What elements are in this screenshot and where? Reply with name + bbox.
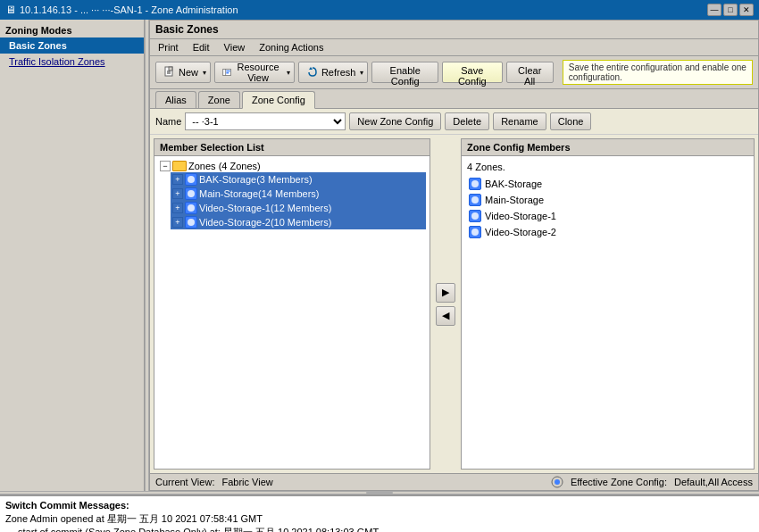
effective-zone-label: Effective Zone Config: (571, 477, 667, 487)
add-arrow-button[interactable]: ▶ (436, 283, 455, 303)
member-panel-content: − Zones (4 Zones) + BAK-Storage(3 Member… (154, 156, 430, 469)
svg-rect-6 (226, 71, 229, 71)
zone-2-label: Video-Storage-1(12 Members) (199, 203, 331, 213)
maximize-button[interactable]: □ (723, 4, 738, 16)
zone-config-label-2: Video-Storage-1 (485, 211, 556, 221)
log-area: Switch Commit Messages: Zone Admin opene… (0, 495, 759, 532)
zone-config-item-2[interactable]: Video-Storage-1 (465, 208, 750, 224)
enable-config-button[interactable]: Enable Config (371, 62, 438, 83)
sidebar: Zoning Modes Basic Zones Traffic Isolati… (0, 20, 145, 491)
root-expand[interactable]: − (160, 161, 171, 171)
zone-config-item-1[interactable]: Main-Storage (465, 192, 750, 208)
zone-config-panel-content: 4 Zones. BAK-Storage Main-Storage (462, 156, 754, 469)
sidebar-section-title: Zoning Modes (0, 23, 144, 37)
resource-view-button[interactable]: Resource View ▾ (214, 62, 295, 83)
zone-0-expand[interactable]: + (172, 174, 183, 185)
fabric-icon (551, 476, 563, 488)
delete-button[interactable]: Delete (445, 112, 489, 130)
refresh-icon (306, 66, 319, 79)
new-button[interactable]: New ▾ (155, 62, 211, 83)
zone-3-expand[interactable]: + (172, 217, 183, 228)
zone-config-icon-0 (469, 178, 481, 190)
root-label: Zones (4 Zones) (188, 161, 261, 171)
panels-container: Member Selection List − Zones (4 Zones) … (150, 135, 758, 473)
zone-config-item-0[interactable]: BAK-Storage (465, 176, 750, 192)
svg-rect-1 (169, 67, 172, 71)
menu-print[interactable]: Print (155, 41, 181, 54)
name-select[interactable]: -- ·3-1 (185, 112, 346, 130)
zone-config-icon-2 (469, 210, 481, 222)
name-label: Name (155, 116, 181, 127)
zone-count-label: 4 Zones. (465, 160, 750, 176)
sidebar-item-traffic-isolation[interactable]: Traffic Isolation Zones (0, 54, 144, 70)
remove-arrow-button[interactable]: ◀ (436, 306, 455, 326)
resource-view-icon (222, 66, 231, 79)
zone-0-icon (185, 173, 197, 186)
svg-point-11 (188, 204, 195, 212)
tree-root-item[interactable]: − Zones (4 Zones) (158, 160, 426, 172)
svg-point-14 (471, 196, 479, 204)
title-bar-left: 🖥 10.1.146.13 - ... ··· ···-SAN-1 - Zone… (5, 4, 238, 16)
toolbar: New ▾ Resource View ▾ Re (150, 56, 758, 89)
sidebar-item-basic-zones[interactable]: Basic Zones (0, 37, 144, 54)
folder-icon (172, 161, 187, 171)
zone-config-icon-1 (469, 194, 481, 206)
new-icon (163, 66, 176, 79)
zone-0-label: BAK-Storage(3 Members) (199, 174, 313, 185)
tab-alias[interactable]: Alias (155, 91, 196, 108)
effective-zone-value: Default,All Access (674, 477, 753, 487)
log-message-0: Zone Admin opened at 星期一 五月 10 2021 07:5… (5, 512, 754, 526)
svg-point-18 (555, 479, 560, 485)
clear-all-button[interactable]: Clear All (506, 62, 554, 83)
zone-config-item-3[interactable]: Video-Storage-2 (465, 224, 750, 240)
menu-bar: Print Edit View Zoning Actions (150, 39, 758, 56)
name-row: Name -- ·3-1 New Zone Config Delete Rena… (150, 109, 758, 135)
svg-point-9 (188, 176, 195, 183)
svg-point-10 (188, 190, 195, 197)
svg-point-16 (471, 229, 479, 236)
zone-config-label-0: BAK-Storage (485, 179, 542, 189)
tab-zone[interactable]: Zone (198, 91, 240, 108)
zone-3-icon (185, 216, 197, 229)
new-zone-config-button[interactable]: New Zone Config (349, 112, 441, 130)
member-selection-panel: Member Selection List − Zones (4 Zones) … (154, 138, 430, 470)
close-button[interactable]: ✕ (739, 4, 754, 16)
tree-zone-3[interactable]: + Video-Storage-2(10 Members) (171, 215, 426, 229)
zone-1-expand[interactable]: + (172, 188, 183, 199)
tab-zone-config[interactable]: Zone Config (242, 91, 315, 109)
svg-point-15 (471, 212, 479, 220)
save-config-button[interactable]: Save Config (442, 62, 503, 83)
tree-zone-1[interactable]: + Main-Storage(14 Members) (171, 187, 426, 201)
minimize-button[interactable]: — (707, 4, 721, 16)
rename-button[interactable]: Rename (493, 112, 546, 130)
menu-zoning-actions[interactable]: Zoning Actions (256, 41, 326, 54)
tab-bar: Alias Zone Zone Config (150, 89, 758, 109)
title-bar: 🖥 10.1.146.13 - ... ··· ···-SAN-1 - Zone… (0, 0, 759, 20)
zone-config-label-1: Main-Storage (485, 195, 544, 205)
svg-marker-8 (309, 67, 313, 70)
refresh-label: Refresh (321, 67, 356, 78)
member-panel-title: Member Selection List (154, 139, 430, 156)
svg-rect-7 (226, 72, 229, 73)
app-icon: 🖥 (5, 4, 16, 16)
tooltip-text: Save the entire configuration and enable… (563, 60, 753, 85)
resource-view-label: Resource View (234, 62, 282, 83)
zone-config-icon-3 (469, 226, 481, 238)
tree-zone-0[interactable]: + BAK-Storage(3 Members) (171, 172, 426, 187)
svg-point-12 (188, 219, 195, 226)
zone-config-panel: Zone Config Members 4 Zones. BAK-Storage… (461, 138, 755, 470)
new-dropdown-arrow[interactable]: ▾ (203, 69, 206, 77)
arrow-panel: ▶ ◀ (434, 138, 457, 470)
menu-view[interactable]: View (221, 41, 248, 54)
resource-view-dropdown-arrow[interactable]: ▾ (287, 69, 290, 77)
clone-button[interactable]: Clone (550, 112, 592, 130)
zone-2-expand[interactable]: + (172, 203, 183, 213)
tree-zone-2[interactable]: + Video-Storage-1(12 Members) (171, 201, 426, 215)
zone-config-label-3: Video-Storage-2 (485, 227, 556, 237)
menu-edit[interactable]: Edit (190, 41, 213, 54)
current-view-label: Current View: (155, 477, 214, 487)
refresh-button[interactable]: Refresh ▾ (298, 62, 369, 83)
refresh-dropdown-arrow[interactable]: ▾ (360, 69, 363, 77)
log-title: Switch Commit Messages: (5, 500, 754, 511)
status-bar: Current View: Fabric View Effective Zone… (150, 473, 758, 490)
